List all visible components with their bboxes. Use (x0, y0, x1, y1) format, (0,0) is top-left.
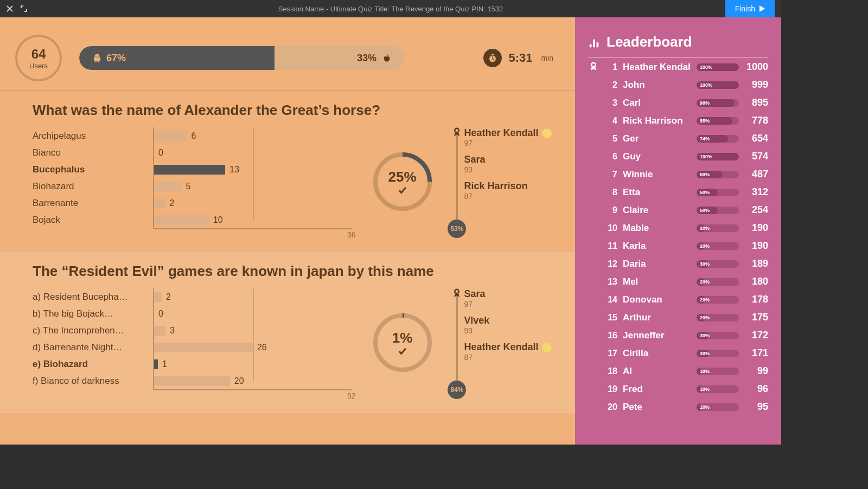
answer-option: Bucephalus (33, 161, 137, 178)
leaderboard-progress: 30% (697, 350, 739, 357)
leaderboard-rows[interactable]: 1Heather Kendall 100%10002John100%9993Ca… (588, 58, 768, 416)
window-title: Session Name - Ultimate Quiz Title: The … (278, 5, 503, 13)
answer-option: a) Resident Bucepha… (33, 288, 137, 305)
answers-chart: 6013521036 (153, 127, 352, 236)
leaderboard-row[interactable]: 12Daria30%189 (588, 255, 768, 273)
leaderboard-row[interactable]: 14Donovan20%178 (588, 291, 768, 308)
leaderboard-rank: 10 (605, 223, 617, 233)
leaderboard-row[interactable]: 15Arthur20%175 (588, 308, 768, 326)
bar-value: 0 (158, 148, 163, 158)
bar (154, 359, 158, 369)
leaderboard-name: Arthur (623, 312, 691, 323)
answers-list: a) Resident Bucepha…b) The big Bojack…c)… (33, 288, 137, 397)
leaderboard-row[interactable]: 17Cirilla30%171 (588, 344, 768, 362)
leaderboard-progress: 50% (697, 207, 739, 214)
leaderboard-name: Daria (623, 259, 691, 269)
leaderboard-progress: 20% (697, 314, 739, 321)
top3-pct: 84% (448, 381, 466, 399)
leaderboard-row[interactable]: 6Guy100%574 (588, 147, 768, 165)
leaderboard-score: 95 (744, 401, 768, 413)
leaderboard-row[interactable]: 20Pete10%95 (588, 398, 768, 416)
leaderboard-rank: 8 (605, 188, 617, 197)
svg-point-11 (592, 63, 595, 66)
leaderboard-row[interactable]: 3Carl90%895 (588, 94, 768, 112)
leaderboard-rank: 14 (605, 295, 617, 305)
answers-list: ArchipelagusBiancoBucephalusBiohazardBar… (33, 127, 137, 236)
leaderboard-rank: 2 (605, 80, 617, 90)
leaderboard-name: Al (623, 366, 691, 377)
close-icon[interactable] (7, 5, 13, 12)
top-player: Heather Kendall 97 (464, 127, 553, 147)
leaderboard-row[interactable]: 16Jenneffer30%172 (588, 326, 768, 344)
leaderboard-row[interactable]: 1Heather Kendall 100%1000 (588, 58, 768, 76)
leaderboard-name: Fred (623, 384, 691, 395)
bar (154, 343, 253, 352)
leaderboard-rank: 15 (605, 313, 617, 323)
leaderboard-row[interactable]: 8Etta50%312 (588, 183, 768, 201)
timer-value: 5:31 (508, 51, 532, 65)
top-player-score: 87 (464, 192, 553, 201)
leaderboard-score: 190 (744, 240, 768, 252)
android-pct: 67% (106, 53, 126, 64)
leaderboard-title: Leaderboard (607, 34, 692, 50)
bar-value: 13 (229, 165, 239, 175)
question-title: The “Resident Evil” games are known in j… (33, 263, 553, 280)
leaderboard-row[interactable]: 9Claire50%254 (588, 201, 768, 219)
leaderboard-name: Guy (623, 151, 691, 162)
leaderboard-row[interactable]: 10Mable20%190 (588, 219, 768, 237)
leaderboard-rank: 6 (605, 152, 617, 162)
leaderboard-name: Winnie (623, 169, 691, 180)
apple-pct: 33% (357, 53, 376, 64)
answer-option: Archipelagus (33, 127, 137, 144)
svg-rect-1 (492, 54, 494, 55)
bar-value: 5 (186, 182, 190, 191)
leaderboard-rank: 4 (605, 116, 617, 126)
window-controls (7, 5, 27, 12)
leaderboard-score: 654 (744, 133, 768, 144)
android-label: 67% (79, 53, 126, 64)
leaderboard-progress: 20% (697, 242, 739, 250)
leaderboard-name: John (623, 80, 691, 91)
top-player-name: Heather Kendall (464, 127, 553, 139)
questions-list[interactable]: What was the name of Alexander the Great… (0, 91, 575, 442)
leaderboard-progress: 90% (697, 99, 739, 107)
leaderboard-row[interactable]: 7Winnie60%487 (588, 165, 768, 183)
leaderboard-rank: 16 (605, 331, 617, 340)
top-player: Sara97 (464, 288, 553, 308)
leaderboard-row[interactable]: 13Mel20%180 (588, 273, 768, 291)
answer-option: Biohazard (33, 178, 137, 195)
leaderboard-rank: 5 (605, 134, 617, 144)
leaderboard-name: Cirilla (623, 348, 691, 359)
leaderboard-name: Ger (623, 133, 691, 144)
top-player-name: Vivek (464, 315, 553, 326)
play-icon (760, 5, 765, 12)
leaderboard-row[interactable]: 11Karla20%190 (588, 237, 768, 255)
bar-value: 10 (213, 215, 223, 225)
top-player: Rick Harrison87 (464, 181, 553, 201)
top3-pct: 53% (448, 220, 466, 238)
finish-button[interactable]: Finish (725, 0, 775, 17)
bar (154, 215, 209, 225)
leaderboard-score: 574 (744, 151, 768, 162)
top-player: Sara93 (464, 154, 553, 174)
answer-label: Biohazard (33, 181, 74, 192)
leaderboard-row[interactable]: 4Rick Harrison85%778 (588, 112, 768, 130)
leaderboard-rank: 19 (605, 384, 617, 394)
leaderboard-row[interactable]: 2John100%999 (588, 76, 768, 94)
answer-option: Bojack (33, 211, 137, 228)
answer-label: Archipelagus (33, 131, 86, 141)
medal-icon (588, 61, 600, 74)
leaderboard-progress: 30% (697, 332, 739, 339)
leaderboard-progress: 20% (697, 296, 739, 304)
leaderboard-name: Jenneffer (623, 330, 691, 341)
top-player-score: 97 (464, 139, 553, 147)
main-panel: 64 Users 67% 33% (0, 17, 575, 445)
leaderboard-row[interactable]: 5Ger74%654 (588, 130, 768, 147)
check-icon (398, 185, 407, 195)
leaderboard-row[interactable]: 18Al10%99 (588, 362, 768, 380)
bar-value: 2 (169, 198, 174, 208)
bar (154, 198, 165, 208)
maximize-icon[interactable] (21, 5, 27, 12)
leaderboard-progress: 100% (697, 81, 739, 89)
leaderboard-row[interactable]: 19Fred10%96 (588, 380, 768, 398)
